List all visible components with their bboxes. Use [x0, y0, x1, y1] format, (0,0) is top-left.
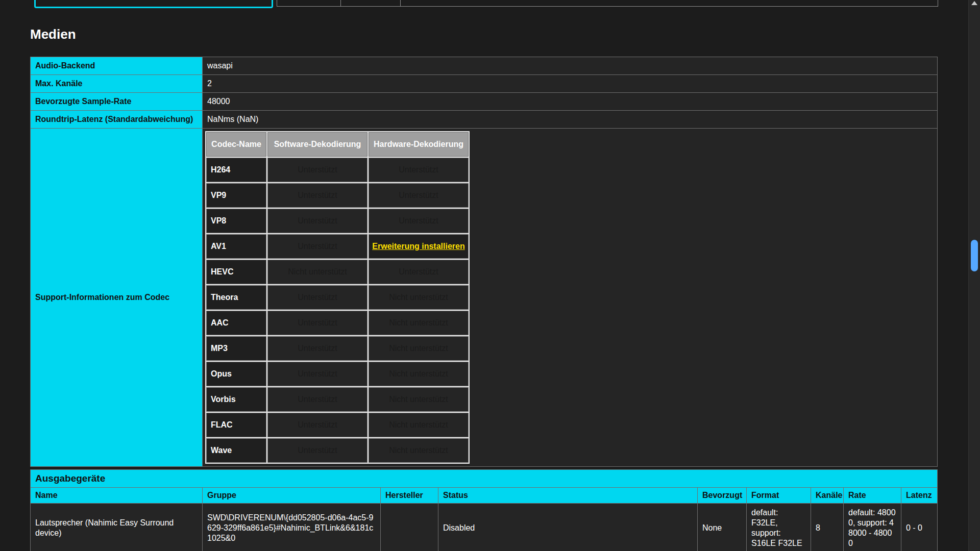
codec-software-status: Unterstützt — [267, 183, 368, 208]
info-row-codec-support: Support-Informationen zum Codec Codec-Na… — [31, 129, 938, 467]
codec-name: HEVC — [206, 260, 266, 284]
device-name-cell: Lautsprecher (Nahimic Easy Surround devi… — [31, 504, 203, 551]
codec-software-status: Unterstützt — [267, 413, 368, 437]
output-devices-table: Ausgabegeräte Name Gruppe Hersteller Sta… — [30, 469, 938, 551]
devices-header-row: Name Gruppe Hersteller Status Bevorzugt … — [31, 488, 938, 504]
codec-hardware-status: Unterstützt — [369, 183, 469, 208]
device-latency-cell: 0 - 0 — [901, 504, 938, 551]
codec-name: Wave — [206, 438, 266, 463]
codec-software-status: Unterstützt — [267, 285, 368, 310]
device-row: Lautsprecher (Nahimic Easy Surround devi… — [31, 504, 938, 551]
codec-hardware-status: Unterstützt — [369, 260, 469, 284]
codec-row: HEVC Nicht unterstützt Unterstützt — [206, 260, 469, 284]
devices-header-preferred: Bevorzugt — [698, 488, 747, 504]
info-value-roundtrip-latency: NaNms (NaN) — [203, 111, 938, 129]
codec-hardware-status: Nicht unterstützt — [369, 413, 469, 437]
scrollbar-thumb[interactable] — [971, 240, 978, 271]
codec-software-status: Unterstützt — [267, 158, 368, 182]
devices-header-channels: Kanäle — [811, 488, 844, 504]
media-internals-page: Medien Audio-Backend wasapi Max. Kanäle … — [0, 0, 980, 551]
codec-name: Theora — [206, 285, 266, 310]
codec-row: Vorbis Unterstützt Nicht unterstützt — [206, 387, 469, 412]
codec-hardware-status: Nicht unterstützt — [369, 387, 469, 412]
info-label-audio-backend: Audio-Backend — [31, 57, 203, 75]
codec-hardware-status: Nicht unterstützt — [369, 336, 469, 361]
device-status-cell: Disabled — [438, 504, 698, 551]
codec-name: H264 — [206, 158, 266, 182]
codec-hardware-status: Nicht unterstützt — [369, 362, 469, 386]
codec-software-status: Unterstützt — [267, 209, 368, 233]
codec-row: H264 Unterstützt Unterstützt — [206, 158, 469, 182]
scrollbar-up-arrow-icon[interactable] — [971, 1, 977, 5]
codec-hardware-status: Nicht unterstützt — [369, 285, 469, 310]
codec-support-table: Codec-Name Software-Dekodierung Hardware… — [205, 131, 470, 464]
codec-name: AAC — [206, 311, 266, 335]
devices-section-row: Ausgabegeräte — [31, 470, 938, 488]
devices-header-rate: Rate — [844, 488, 901, 504]
codec-software-status: Nicht unterstützt — [267, 260, 368, 284]
devices-header-name: Name — [31, 488, 203, 504]
info-row: Bevorzugte Sample-Rate 48000 — [31, 93, 938, 111]
info-label-roundtrip-latency: Roundtrip-Latenz (Standardabweichung) — [31, 111, 203, 129]
codec-header-software: Software-Dekodierung — [267, 132, 368, 157]
devices-header-manufacturer: Hersteller — [381, 488, 438, 504]
info-value-audio-backend: wasapi — [203, 57, 938, 75]
codec-hardware-status: Unterstützt — [369, 209, 469, 233]
codec-name: Opus — [206, 362, 266, 386]
device-channels-cell: 8 — [811, 504, 844, 551]
device-preferred-cell: None — [698, 504, 747, 551]
codec-row: FLAC Unterstützt Nicht unterstützt — [206, 413, 469, 437]
codec-row: VP9 Unterstützt Unterstützt — [206, 183, 469, 208]
devices-header-format: Format — [747, 488, 811, 504]
codec-software-status: Unterstützt — [267, 362, 368, 386]
codec-software-status: Unterstützt — [267, 387, 368, 412]
info-label-max-channels: Max. Kanäle — [31, 75, 203, 93]
codec-row: Theora Unterstützt Nicht unterstützt — [206, 285, 469, 310]
devices-header-status: Status — [438, 488, 698, 504]
vertical-scrollbar[interactable] — [968, 0, 980, 551]
info-row: Max. Kanäle 2 — [31, 75, 938, 93]
info-row: Audio-Backend wasapi — [31, 57, 938, 75]
page-title: Medien — [30, 27, 937, 42]
codec-software-status: Unterstützt — [267, 311, 368, 335]
info-label-sample-rate: Bevorzugte Sample-Rate — [31, 93, 203, 111]
codec-row: VP8 Unterstützt Unterstützt — [206, 209, 469, 233]
codec-support-cell: Codec-Name Software-Dekodierung Hardware… — [203, 129, 938, 467]
codec-hardware-status: Erweiterung installieren — [369, 234, 469, 259]
device-format-cell: default: F32LE, support: S16LE F32LE — [747, 504, 811, 551]
codec-name: AV1 — [206, 234, 266, 259]
codec-name: VP8 — [206, 209, 266, 233]
devices-header-latency: Latenz — [901, 488, 938, 504]
codec-name: Vorbis — [206, 387, 266, 412]
codec-row: Wave Unterstützt Nicht unterstützt — [206, 438, 469, 463]
codec-row: Opus Unterstützt Nicht unterstützt — [206, 362, 469, 386]
codec-name: MP3 — [206, 336, 266, 361]
codec-row: AAC Unterstützt Nicht unterstützt — [206, 311, 469, 335]
page-content: Medien Audio-Backend wasapi Max. Kanäle … — [30, 0, 937, 551]
info-value-sample-rate: 48000 — [203, 93, 938, 111]
codec-software-status: Unterstützt — [267, 336, 368, 361]
codec-header-hardware: Hardware-Dekodierung — [369, 132, 469, 157]
codec-name: VP9 — [206, 183, 266, 208]
codec-hardware-status: Nicht unterstützt — [369, 438, 469, 463]
devices-header-group: Gruppe — [203, 488, 381, 504]
device-rate-cell: default: 48000, support: 48000 - 48000 — [844, 504, 901, 551]
codec-header-row: Codec-Name Software-Dekodierung Hardware… — [206, 132, 469, 157]
media-info-table: Audio-Backend wasapi Max. Kanäle 2 Bevor… — [30, 57, 938, 467]
devices-section-title: Ausgabegeräte — [31, 470, 938, 488]
codec-header-name: Codec-Name — [206, 132, 266, 157]
info-row: Roundtrip-Latenz (Standardabweichung) Na… — [31, 111, 938, 129]
codec-software-status: Unterstützt — [267, 234, 368, 259]
info-value-max-channels: 2 — [203, 75, 938, 93]
codec-hardware-status: Nicht unterstützt — [369, 311, 469, 335]
codec-row: AV1 Unterstützt Erweiterung installieren — [206, 234, 469, 259]
codec-software-status: Unterstützt — [267, 438, 368, 463]
info-label-codec-support: Support-Informationen zum Codec — [31, 129, 203, 467]
device-group-cell: SWD\DRIVERENUM\{dd052805-d06a-4ac5-9629-… — [203, 504, 381, 551]
codec-hardware-status: Unterstützt — [369, 158, 469, 182]
codec-name: FLAC — [206, 413, 266, 437]
codec-row: MP3 Unterstützt Nicht unterstützt — [206, 336, 469, 361]
install-extension-link[interactable]: Erweiterung installieren — [372, 242, 464, 251]
device-manufacturer-cell — [381, 504, 438, 551]
